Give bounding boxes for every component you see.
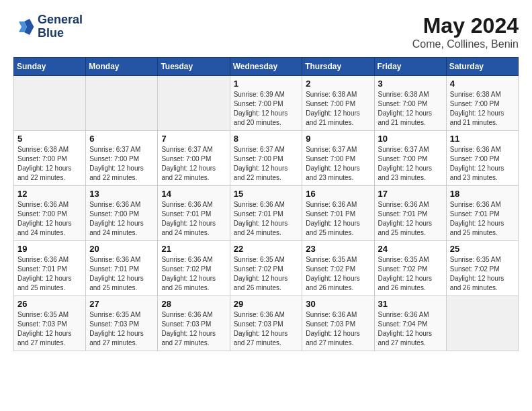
calendar-cell: 26Sunrise: 6:35 AMSunset: 7:03 PMDayligh…: [14, 296, 86, 351]
day-info: Sunrise: 6:36 AMSunset: 7:03 PMDaylight:…: [306, 310, 370, 348]
calendar-cell: 21Sunrise: 6:36 AMSunset: 7:02 PMDayligh…: [158, 241, 230, 296]
calendar-cell: 12Sunrise: 6:36 AMSunset: 7:00 PMDayligh…: [14, 186, 86, 241]
day-number: 4: [450, 79, 515, 89]
calendar-cell: 10Sunrise: 6:37 AMSunset: 7:00 PMDayligh…: [374, 131, 446, 186]
day-number: 9: [306, 134, 370, 144]
calendar-week-3: 12Sunrise: 6:36 AMSunset: 7:00 PMDayligh…: [14, 186, 519, 241]
calendar-cell: 23Sunrise: 6:35 AMSunset: 7:02 PMDayligh…: [302, 241, 374, 296]
day-info: Sunrise: 6:36 AMSunset: 7:04 PMDaylight:…: [378, 310, 443, 348]
day-info: Sunrise: 6:39 AMSunset: 7:00 PMDaylight:…: [234, 90, 299, 128]
calendar-cell: [446, 296, 518, 351]
day-info: Sunrise: 6:35 AMSunset: 7:02 PMDaylight:…: [234, 255, 299, 293]
day-info: Sunrise: 6:36 AMSunset: 7:01 PMDaylight:…: [450, 200, 515, 238]
day-header-wednesday: Wednesday: [230, 58, 302, 76]
day-number: 1: [234, 79, 299, 89]
day-number: 2: [306, 79, 370, 89]
day-header-sunday: Sunday: [14, 58, 86, 76]
day-number: 24: [378, 244, 443, 254]
day-number: 14: [161, 189, 226, 199]
day-number: 27: [89, 299, 154, 309]
day-info: Sunrise: 6:35 AMSunset: 7:02 PMDaylight:…: [378, 255, 443, 293]
location: Come, Collines, Benin: [412, 38, 519, 50]
month-year: May 2024: [412, 13, 519, 38]
day-info: Sunrise: 6:38 AMSunset: 7:00 PMDaylight:…: [306, 90, 370, 128]
calendar-cell: 1Sunrise: 6:39 AMSunset: 7:00 PMDaylight…: [230, 76, 302, 131]
calendar-cell: 9Sunrise: 6:37 AMSunset: 7:00 PMDaylight…: [302, 131, 374, 186]
day-info: Sunrise: 6:38 AMSunset: 7:00 PMDaylight:…: [450, 90, 515, 128]
day-number: 15: [234, 189, 299, 199]
day-header-monday: Monday: [86, 58, 158, 76]
calendar-cell: 24Sunrise: 6:35 AMSunset: 7:02 PMDayligh…: [374, 241, 446, 296]
calendar-cell: 6Sunrise: 6:37 AMSunset: 7:00 PMDaylight…: [86, 131, 158, 186]
day-number: 7: [161, 134, 226, 144]
day-info: Sunrise: 6:36 AMSunset: 7:01 PMDaylight:…: [306, 200, 370, 238]
day-number: 25: [450, 244, 515, 254]
calendar-cell: 25Sunrise: 6:35 AMSunset: 7:02 PMDayligh…: [446, 241, 518, 296]
calendar-week-4: 19Sunrise: 6:36 AMSunset: 7:01 PMDayligh…: [14, 241, 519, 296]
day-info: Sunrise: 6:36 AMSunset: 7:01 PMDaylight:…: [89, 255, 154, 293]
day-info: Sunrise: 6:36 AMSunset: 7:01 PMDaylight:…: [161, 200, 226, 238]
calendar-cell: [14, 76, 86, 131]
day-info: Sunrise: 6:35 AMSunset: 7:03 PMDaylight:…: [17, 310, 82, 348]
calendar-cell: 22Sunrise: 6:35 AMSunset: 7:02 PMDayligh…: [230, 241, 302, 296]
day-number: 26: [17, 299, 82, 309]
calendar-cell: 19Sunrise: 6:36 AMSunset: 7:01 PMDayligh…: [14, 241, 86, 296]
calendar-cell: 14Sunrise: 6:36 AMSunset: 7:01 PMDayligh…: [158, 186, 230, 241]
day-number: 8: [234, 134, 299, 144]
day-number: 19: [17, 244, 82, 254]
page-header: General Blue May 2024 Come, Collines, Be…: [13, 13, 519, 50]
day-number: 21: [161, 244, 226, 254]
day-info: Sunrise: 6:35 AMSunset: 7:02 PMDaylight:…: [306, 255, 370, 293]
calendar-cell: 11Sunrise: 6:36 AMSunset: 7:00 PMDayligh…: [446, 131, 518, 186]
day-info: Sunrise: 6:36 AMSunset: 7:01 PMDaylight:…: [234, 200, 299, 238]
day-number: 28: [161, 299, 226, 309]
day-number: 17: [378, 189, 443, 199]
day-number: 22: [234, 244, 299, 254]
logo-line1: General: [38, 13, 83, 27]
day-info: Sunrise: 6:37 AMSunset: 7:00 PMDaylight:…: [378, 145, 443, 183]
title-block: May 2024 Come, Collines, Benin: [412, 13, 519, 50]
day-header-thursday: Thursday: [302, 58, 374, 76]
calendar-cell: 17Sunrise: 6:36 AMSunset: 7:01 PMDayligh…: [374, 186, 446, 241]
day-info: Sunrise: 6:36 AMSunset: 7:03 PMDaylight:…: [234, 310, 299, 348]
calendar-cell: 2Sunrise: 6:38 AMSunset: 7:00 PMDaylight…: [302, 76, 374, 131]
day-info: Sunrise: 6:36 AMSunset: 7:01 PMDaylight:…: [378, 200, 443, 238]
day-info: Sunrise: 6:36 AMSunset: 7:02 PMDaylight:…: [161, 255, 226, 293]
day-number: 23: [306, 244, 370, 254]
day-info: Sunrise: 6:36 AMSunset: 7:03 PMDaylight:…: [161, 310, 226, 348]
day-info: Sunrise: 6:37 AMSunset: 7:00 PMDaylight:…: [89, 145, 154, 183]
calendar-cell: 13Sunrise: 6:36 AMSunset: 7:00 PMDayligh…: [86, 186, 158, 241]
day-info: Sunrise: 6:38 AMSunset: 7:00 PMDaylight:…: [17, 145, 82, 183]
calendar-cell: 16Sunrise: 6:36 AMSunset: 7:01 PMDayligh…: [302, 186, 374, 241]
day-number: 12: [17, 189, 82, 199]
day-header-tuesday: Tuesday: [158, 58, 230, 76]
day-header-saturday: Saturday: [446, 58, 518, 76]
day-info: Sunrise: 6:37 AMSunset: 7:00 PMDaylight:…: [234, 145, 299, 183]
day-info: Sunrise: 6:36 AMSunset: 7:00 PMDaylight:…: [89, 200, 154, 238]
day-number: 3: [378, 79, 443, 89]
logo-line2: Blue: [38, 27, 83, 40]
day-info: Sunrise: 6:36 AMSunset: 7:00 PMDaylight:…: [17, 200, 82, 238]
day-number: 30: [306, 299, 370, 309]
calendar-cell: 4Sunrise: 6:38 AMSunset: 7:00 PMDaylight…: [446, 76, 518, 131]
logo-text: General Blue: [38, 13, 83, 40]
day-number: 13: [89, 189, 154, 199]
calendar-cell: 18Sunrise: 6:36 AMSunset: 7:01 PMDayligh…: [446, 186, 518, 241]
calendar-cell: 15Sunrise: 6:36 AMSunset: 7:01 PMDayligh…: [230, 186, 302, 241]
day-info: Sunrise: 6:36 AMSunset: 7:01 PMDaylight:…: [17, 255, 82, 293]
day-number: 11: [450, 134, 515, 144]
day-number: 5: [17, 134, 82, 144]
calendar-cell: [158, 76, 230, 131]
calendar-cell: 30Sunrise: 6:36 AMSunset: 7:03 PMDayligh…: [302, 296, 374, 351]
day-info: Sunrise: 6:37 AMSunset: 7:00 PMDaylight:…: [306, 145, 370, 183]
calendar-header-row: SundayMondayTuesdayWednesdayThursdayFrid…: [14, 58, 519, 76]
logo-icon: [13, 16, 35, 38]
logo: General Blue: [13, 13, 83, 40]
day-number: 20: [89, 244, 154, 254]
day-info: Sunrise: 6:35 AMSunset: 7:02 PMDaylight:…: [450, 255, 515, 293]
calendar-week-5: 26Sunrise: 6:35 AMSunset: 7:03 PMDayligh…: [14, 296, 519, 351]
calendar-cell: 31Sunrise: 6:36 AMSunset: 7:04 PMDayligh…: [374, 296, 446, 351]
day-info: Sunrise: 6:37 AMSunset: 7:00 PMDaylight:…: [161, 145, 226, 183]
calendar-cell: 5Sunrise: 6:38 AMSunset: 7:00 PMDaylight…: [14, 131, 86, 186]
calendar-cell: 7Sunrise: 6:37 AMSunset: 7:00 PMDaylight…: [158, 131, 230, 186]
